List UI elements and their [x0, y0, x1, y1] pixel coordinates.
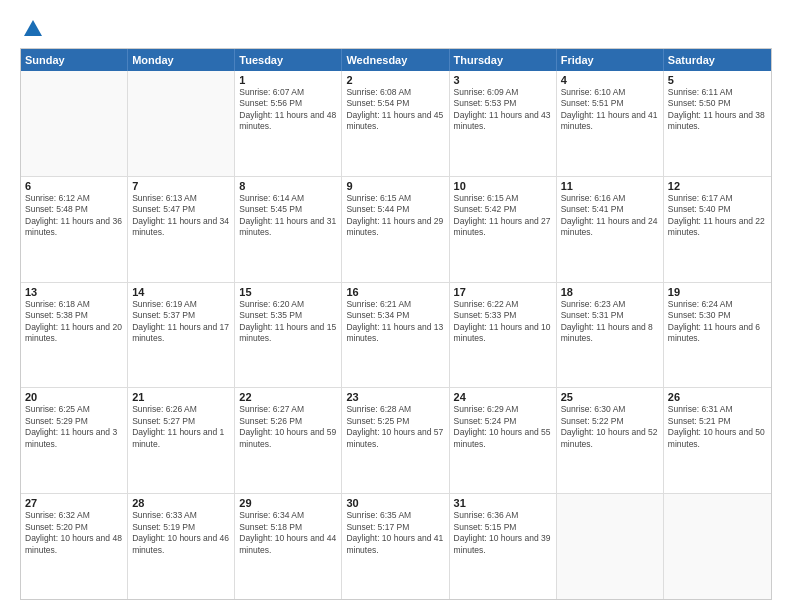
day-cell-27: 27Sunrise: 6:32 AM Sunset: 5:20 PM Dayli…	[21, 494, 128, 599]
day-number: 11	[561, 180, 659, 192]
day-number: 1	[239, 74, 337, 86]
day-info: Sunrise: 6:15 AM Sunset: 5:42 PM Dayligh…	[454, 193, 552, 239]
day-number: 10	[454, 180, 552, 192]
day-cell-15: 15Sunrise: 6:20 AM Sunset: 5:35 PM Dayli…	[235, 283, 342, 388]
day-cell-21: 21Sunrise: 6:26 AM Sunset: 5:27 PM Dayli…	[128, 388, 235, 493]
calendar-row-2: 6Sunrise: 6:12 AM Sunset: 5:48 PM Daylig…	[21, 176, 771, 282]
day-info: Sunrise: 6:31 AM Sunset: 5:21 PM Dayligh…	[668, 404, 767, 450]
day-info: Sunrise: 6:20 AM Sunset: 5:35 PM Dayligh…	[239, 299, 337, 345]
weekday-header-tuesday: Tuesday	[235, 49, 342, 71]
day-cell-9: 9Sunrise: 6:15 AM Sunset: 5:44 PM Daylig…	[342, 177, 449, 282]
weekday-header-wednesday: Wednesday	[342, 49, 449, 71]
day-info: Sunrise: 6:12 AM Sunset: 5:48 PM Dayligh…	[25, 193, 123, 239]
calendar-row-4: 20Sunrise: 6:25 AM Sunset: 5:29 PM Dayli…	[21, 387, 771, 493]
svg-marker-0	[24, 20, 42, 36]
day-info: Sunrise: 6:22 AM Sunset: 5:33 PM Dayligh…	[454, 299, 552, 345]
day-number: 6	[25, 180, 123, 192]
day-cell-4: 4Sunrise: 6:10 AM Sunset: 5:51 PM Daylig…	[557, 71, 664, 176]
day-info: Sunrise: 6:16 AM Sunset: 5:41 PM Dayligh…	[561, 193, 659, 239]
day-number: 8	[239, 180, 337, 192]
header	[20, 18, 772, 38]
day-info: Sunrise: 6:10 AM Sunset: 5:51 PM Dayligh…	[561, 87, 659, 133]
day-info: Sunrise: 6:15 AM Sunset: 5:44 PM Dayligh…	[346, 193, 444, 239]
day-cell-8: 8Sunrise: 6:14 AM Sunset: 5:45 PM Daylig…	[235, 177, 342, 282]
day-cell-14: 14Sunrise: 6:19 AM Sunset: 5:37 PM Dayli…	[128, 283, 235, 388]
calendar-row-3: 13Sunrise: 6:18 AM Sunset: 5:38 PM Dayli…	[21, 282, 771, 388]
day-info: Sunrise: 6:21 AM Sunset: 5:34 PM Dayligh…	[346, 299, 444, 345]
day-info: Sunrise: 6:24 AM Sunset: 5:30 PM Dayligh…	[668, 299, 767, 345]
day-info: Sunrise: 6:17 AM Sunset: 5:40 PM Dayligh…	[668, 193, 767, 239]
day-number: 23	[346, 391, 444, 403]
day-info: Sunrise: 6:32 AM Sunset: 5:20 PM Dayligh…	[25, 510, 123, 556]
day-cell-5: 5Sunrise: 6:11 AM Sunset: 5:50 PM Daylig…	[664, 71, 771, 176]
day-number: 7	[132, 180, 230, 192]
day-number: 16	[346, 286, 444, 298]
day-cell-2: 2Sunrise: 6:08 AM Sunset: 5:54 PM Daylig…	[342, 71, 449, 176]
day-number: 30	[346, 497, 444, 509]
day-number: 21	[132, 391, 230, 403]
weekday-header-monday: Monday	[128, 49, 235, 71]
day-info: Sunrise: 6:33 AM Sunset: 5:19 PM Dayligh…	[132, 510, 230, 556]
day-info: Sunrise: 6:14 AM Sunset: 5:45 PM Dayligh…	[239, 193, 337, 239]
day-number: 19	[668, 286, 767, 298]
day-cell-30: 30Sunrise: 6:35 AM Sunset: 5:17 PM Dayli…	[342, 494, 449, 599]
day-info: Sunrise: 6:26 AM Sunset: 5:27 PM Dayligh…	[132, 404, 230, 450]
day-cell-7: 7Sunrise: 6:13 AM Sunset: 5:47 PM Daylig…	[128, 177, 235, 282]
weekday-header-sunday: Sunday	[21, 49, 128, 71]
day-cell-13: 13Sunrise: 6:18 AM Sunset: 5:38 PM Dayli…	[21, 283, 128, 388]
day-info: Sunrise: 6:30 AM Sunset: 5:22 PM Dayligh…	[561, 404, 659, 450]
day-cell-25: 25Sunrise: 6:30 AM Sunset: 5:22 PM Dayli…	[557, 388, 664, 493]
day-info: Sunrise: 6:28 AM Sunset: 5:25 PM Dayligh…	[346, 404, 444, 450]
day-cell-11: 11Sunrise: 6:16 AM Sunset: 5:41 PM Dayli…	[557, 177, 664, 282]
day-info: Sunrise: 6:23 AM Sunset: 5:31 PM Dayligh…	[561, 299, 659, 345]
day-info: Sunrise: 6:27 AM Sunset: 5:26 PM Dayligh…	[239, 404, 337, 450]
day-cell-28: 28Sunrise: 6:33 AM Sunset: 5:19 PM Dayli…	[128, 494, 235, 599]
day-number: 2	[346, 74, 444, 86]
empty-cell-0-1	[128, 71, 235, 176]
day-number: 18	[561, 286, 659, 298]
day-number: 31	[454, 497, 552, 509]
day-cell-17: 17Sunrise: 6:22 AM Sunset: 5:33 PM Dayli…	[450, 283, 557, 388]
empty-cell-4-6	[664, 494, 771, 599]
day-number: 20	[25, 391, 123, 403]
day-info: Sunrise: 6:25 AM Sunset: 5:29 PM Dayligh…	[25, 404, 123, 450]
day-cell-22: 22Sunrise: 6:27 AM Sunset: 5:26 PM Dayli…	[235, 388, 342, 493]
day-number: 12	[668, 180, 767, 192]
day-info: Sunrise: 6:07 AM Sunset: 5:56 PM Dayligh…	[239, 87, 337, 133]
weekday-header-thursday: Thursday	[450, 49, 557, 71]
day-info: Sunrise: 6:09 AM Sunset: 5:53 PM Dayligh…	[454, 87, 552, 133]
day-info: Sunrise: 6:19 AM Sunset: 5:37 PM Dayligh…	[132, 299, 230, 345]
day-number: 29	[239, 497, 337, 509]
day-cell-16: 16Sunrise: 6:21 AM Sunset: 5:34 PM Dayli…	[342, 283, 449, 388]
day-cell-18: 18Sunrise: 6:23 AM Sunset: 5:31 PM Dayli…	[557, 283, 664, 388]
day-cell-31: 31Sunrise: 6:36 AM Sunset: 5:15 PM Dayli…	[450, 494, 557, 599]
day-cell-23: 23Sunrise: 6:28 AM Sunset: 5:25 PM Dayli…	[342, 388, 449, 493]
day-cell-24: 24Sunrise: 6:29 AM Sunset: 5:24 PM Dayli…	[450, 388, 557, 493]
calendar-header: SundayMondayTuesdayWednesdayThursdayFrid…	[21, 49, 771, 71]
day-cell-19: 19Sunrise: 6:24 AM Sunset: 5:30 PM Dayli…	[664, 283, 771, 388]
empty-cell-4-5	[557, 494, 664, 599]
day-number: 14	[132, 286, 230, 298]
day-number: 5	[668, 74, 767, 86]
day-cell-1: 1Sunrise: 6:07 AM Sunset: 5:56 PM Daylig…	[235, 71, 342, 176]
weekday-header-friday: Friday	[557, 49, 664, 71]
day-cell-26: 26Sunrise: 6:31 AM Sunset: 5:21 PM Dayli…	[664, 388, 771, 493]
day-number: 13	[25, 286, 123, 298]
day-number: 26	[668, 391, 767, 403]
day-number: 3	[454, 74, 552, 86]
day-info: Sunrise: 6:29 AM Sunset: 5:24 PM Dayligh…	[454, 404, 552, 450]
day-cell-12: 12Sunrise: 6:17 AM Sunset: 5:40 PM Dayli…	[664, 177, 771, 282]
day-info: Sunrise: 6:34 AM Sunset: 5:18 PM Dayligh…	[239, 510, 337, 556]
day-number: 28	[132, 497, 230, 509]
day-cell-3: 3Sunrise: 6:09 AM Sunset: 5:53 PM Daylig…	[450, 71, 557, 176]
day-cell-6: 6Sunrise: 6:12 AM Sunset: 5:48 PM Daylig…	[21, 177, 128, 282]
calendar: SundayMondayTuesdayWednesdayThursdayFrid…	[20, 48, 772, 600]
day-info: Sunrise: 6:18 AM Sunset: 5:38 PM Dayligh…	[25, 299, 123, 345]
day-cell-20: 20Sunrise: 6:25 AM Sunset: 5:29 PM Dayli…	[21, 388, 128, 493]
page: SundayMondayTuesdayWednesdayThursdayFrid…	[0, 0, 792, 612]
day-number: 24	[454, 391, 552, 403]
weekday-header-saturday: Saturday	[664, 49, 771, 71]
day-info: Sunrise: 6:13 AM Sunset: 5:47 PM Dayligh…	[132, 193, 230, 239]
calendar-row-5: 27Sunrise: 6:32 AM Sunset: 5:20 PM Dayli…	[21, 493, 771, 599]
day-info: Sunrise: 6:36 AM Sunset: 5:15 PM Dayligh…	[454, 510, 552, 556]
